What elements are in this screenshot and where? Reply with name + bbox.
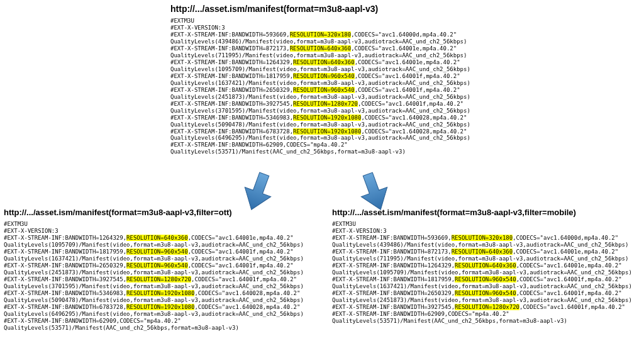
resolution-highlight: RESOLUTION=640x360: [290, 45, 352, 52]
manifest-line: QualityLevels(1637421)/Manifest(video,fo…: [170, 80, 573, 87]
text-segment: #EXT-X-STREAM-INF:BANDWIDTH=1817959,: [4, 249, 126, 255]
text-segment: #EXT-X-VERSION:3: [170, 25, 225, 31]
text-segment: ,CODECS="avc1.64001e,mp4a.40.2": [351, 45, 457, 52]
text-segment: QualityLevels(3701595)/Manifest(video,fo…: [4, 283, 304, 289]
manifest-line: #EXT-X-STREAM-INF:BANDWIDTH=872173,RESOL…: [170, 45, 573, 52]
manifest-line: #EXTM3U: [170, 18, 573, 25]
manifest-line: #EXT-X-STREAM-INF:BANDWIDTH=3927545,RESO…: [4, 276, 323, 283]
resolution-highlight: RESOLUTION=960x540: [126, 249, 188, 255]
text-segment: ,CODECS="avc1.640028,mp4a.40.2": [361, 128, 467, 135]
resolution-highlight: RESOLUTION=960x540: [126, 262, 188, 269]
text-segment: QualityLevels(439486)/Manifest(video,for…: [170, 38, 467, 45]
manifest-line: QualityLevels(6496295)/Manifest(video,fo…: [4, 311, 323, 318]
manifest-line: #EXT-X-STREAM-INF:BANDWIDTH=5346983,RESO…: [4, 290, 323, 297]
manifest-line: #EXT-X-STREAM-INF:BANDWIDTH=1264329,RESO…: [170, 59, 573, 66]
text-segment: QualityLevels(2451873)/Manifest(video,fo…: [4, 269, 304, 276]
text-segment: QualityLevels(711995)/Manifest(video,for…: [332, 255, 628, 262]
manifest-line: QualityLevels(3701595)/Manifest(video,fo…: [4, 283, 323, 290]
url-original: http://.../asset.ism/manifest(format=m3u…: [170, 4, 573, 14]
text-segment: #EXT-X-STREAM-INF:BANDWIDTH=2650329,: [332, 290, 455, 296]
resolution-highlight: RESOLUTION=1280x720: [455, 304, 519, 310]
text-segment: ,CODECS="avc1.640028,mp4a.40.2": [361, 115, 467, 121]
text-segment: #EXT-X-STREAM-INF:BANDWIDTH=62909,CODECS…: [4, 318, 181, 324]
text-segment: ,CODECS="avc1.64001f,mp4a.40.2": [355, 73, 460, 79]
text-segment: #EXT-X-STREAM-INF:BANDWIDTH=1817959,: [332, 276, 455, 282]
text-segment: #EXT-X-STREAM-INF:BANDWIDTH=62909,CODECS…: [170, 142, 348, 148]
text-segment: #EXT-X-STREAM-INF:BANDWIDTH=6783728,: [4, 304, 126, 310]
manifest-line: QualityLevels(1095709)/Manifest(video,fo…: [332, 269, 644, 276]
manifest-line: QualityLevels(439486)/Manifest(video,for…: [170, 38, 573, 45]
resolution-highlight: RESOLUTION=1280x720: [126, 276, 191, 282]
resolution-highlight: RESOLUTION=960x540: [455, 290, 516, 296]
text-segment: ,CODECS="avc1.64001f,mp4a.40.2": [191, 276, 297, 282]
text-segment: ,CODECS="avc1.64000d,mp4a.40.2": [351, 31, 457, 38]
manifest-line: QualityLevels(5090478)/Manifest(video,fo…: [170, 121, 573, 128]
manifest-line: QualityLevels(53571)/Manifest(AAC_und_ch…: [332, 318, 644, 325]
text-segment: #EXT-X-STREAM-INF:BANDWIDTH=593669,: [170, 31, 290, 38]
text-segment: ,CODECS="avc1.64001f,mp4a.40.2": [358, 101, 464, 107]
text-segment: #EXTM3U: [170, 18, 194, 24]
manifest-line: #EXT-X-STREAM-INF:BANDWIDTH=593669,RESOL…: [170, 31, 573, 38]
text-segment: QualityLevels(2451873)/Manifest(video,fo…: [332, 297, 632, 303]
resolution-highlight: RESOLUTION=1920x1080: [126, 290, 194, 296]
manifest-line: QualityLevels(1637421)/Manifest(video,fo…: [4, 255, 323, 262]
manifest-line: #EXT-X-STREAM-INF:BANDWIDTH=6783728,RESO…: [4, 304, 323, 311]
text-segment: QualityLevels(53571)/Manifest(AAC_und_ch…: [170, 148, 406, 155]
text-segment: QualityLevels(1637421)/Manifest(video,fo…: [4, 255, 304, 262]
manifest-line: QualityLevels(439486)/Manifest(video,for…: [332, 242, 644, 249]
manifest-line: #EXT-X-STREAM-INF:BANDWIDTH=2650329,RESO…: [4, 262, 323, 269]
text-segment: #EXT-X-STREAM-INF:BANDWIDTH=3927545,: [170, 101, 293, 107]
text-segment: #EXT-X-STREAM-INF:BANDWIDTH=2650329,: [170, 87, 293, 93]
text-segment: QualityLevels(53571)/Manifest(AAC_und_ch…: [4, 325, 239, 331]
text-segment: #EXT-X-STREAM-INF:BANDWIDTH=6783728,: [170, 128, 293, 135]
manifest-line: QualityLevels(3701595)/Manifest(video,fo…: [170, 108, 573, 115]
text-segment: ,CODECS="avc1.64000d,mp4a.40.2": [513, 235, 618, 241]
manifest-line: #EXT-X-VERSION:3: [170, 25, 573, 31]
resolution-highlight: RESOLUTION=1920x1080: [126, 304, 194, 310]
text-segment: #EXT-X-STREAM-INF:BANDWIDTH=872173,: [170, 45, 290, 52]
text-segment: ,CODECS="avc1.64001e,mp4a.40.2": [188, 235, 294, 241]
resolution-highlight: RESOLUTION=640x360: [126, 235, 188, 241]
manifest-line: #EXT-X-STREAM-INF:BANDWIDTH=62909,CODECS…: [4, 318, 323, 325]
text-segment: #EXTM3U: [332, 221, 356, 227]
text-segment: #EXT-X-STREAM-INF:BANDWIDTH=1264329,: [170, 59, 293, 65]
manifest-line: QualityLevels(5090478)/Manifest(video,fo…: [4, 297, 323, 304]
text-segment: QualityLevels(53571)/Manifest(AAC_und_ch…: [332, 318, 567, 324]
manifest-line: #EXT-X-STREAM-INF:BANDWIDTH=1817959,RESO…: [4, 249, 323, 255]
manifest-line: #EXT-X-STREAM-INF:BANDWIDTH=1264329,RESO…: [4, 235, 323, 242]
manifest-line: QualityLevels(53571)/Manifest(AAC_und_ch…: [170, 148, 573, 155]
text-segment: QualityLevels(711995)/Manifest(video,for…: [170, 52, 467, 59]
manifest-ott: http://.../asset.ism/manifest(format=m3u…: [4, 208, 323, 332]
text-segment: ,CODECS="avc1.640028,mp4a.40.2": [194, 304, 300, 310]
manifest-line: QualityLevels(1637421)/Manifest(video,fo…: [332, 283, 644, 290]
resolution-highlight: RESOLUTION=1280x720: [293, 101, 358, 107]
manifest-line: QualityLevels(2451873)/Manifest(video,fo…: [332, 297, 644, 304]
text-segment: #EXT-X-STREAM-INF:BANDWIDTH=5346983,: [170, 115, 293, 121]
manifest-line: QualityLevels(1095709)/Manifest(video,fo…: [4, 242, 323, 249]
manifest-line: QualityLevels(2451873)/Manifest(video,fo…: [4, 269, 323, 276]
text-segment: ,CODECS="avc1.64001e,mp4a.40.2": [355, 59, 460, 65]
manifest-original: http://.../asset.ism/manifest(format=m3u…: [170, 4, 573, 155]
text-segment: QualityLevels(1637421)/Manifest(video,fo…: [332, 283, 632, 289]
manifest-original-body: #EXTM3U#EXT-X-VERSION:3#EXT-X-STREAM-INF…: [170, 18, 573, 155]
text-segment: ,CODECS="avc1.64001f,mp4a.40.2": [188, 249, 294, 255]
text-segment: ,CODECS="avc1.640028,mp4a.40.2": [194, 290, 300, 296]
manifest-line: #EXTM3U: [332, 221, 644, 228]
manifest-mobile: http://.../asset.ism/manifest(format=m3u…: [332, 208, 644, 325]
text-segment: QualityLevels(1095709)/Manifest(video,fo…: [332, 269, 632, 276]
text-segment: #EXT-X-STREAM-INF:BANDWIDTH=2650329,: [4, 262, 126, 269]
manifest-line: QualityLevels(2451873)/Manifest(video,fo…: [170, 94, 573, 101]
manifest-line: #EXT-X-VERSION:3: [4, 228, 323, 235]
resolution-highlight: RESOLUTION=1920x1080: [293, 115, 361, 121]
url-ott: http://.../asset.ism/manifest(format=m3u…: [4, 208, 323, 217]
resolution-highlight: RESOLUTION=640x360: [455, 262, 516, 269]
text-segment: ,CODECS="avc1.64001e,mp4a.40.2": [513, 249, 618, 255]
text-segment: #EXT-X-STREAM-INF:BANDWIDTH=1817959,: [170, 73, 293, 79]
text-segment: QualityLevels(3701595)/Manifest(video,fo…: [170, 108, 470, 114]
manifest-line: #EXT-X-STREAM-INF:BANDWIDTH=3927545,RESO…: [332, 304, 644, 311]
text-segment: #EXT-X-STREAM-INF:BANDWIDTH=3927545,: [4, 276, 126, 282]
diagram-page: http://.../asset.ism/manifest(format=m3u…: [0, 0, 644, 358]
text-segment: QualityLevels(5090478)/Manifest(video,fo…: [170, 121, 470, 128]
text-segment: #EXT-X-STREAM-INF:BANDWIDTH=593669,: [332, 235, 452, 241]
text-segment: ,CODECS="avc1.64001f,mp4a.40.2": [355, 87, 460, 93]
